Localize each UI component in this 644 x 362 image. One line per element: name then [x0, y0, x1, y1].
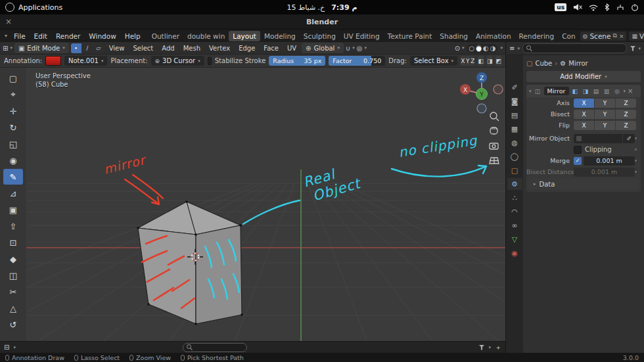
flip-y-button[interactable]: Y [595, 121, 615, 130]
menu-vertex[interactable]: Vertex [206, 44, 233, 53]
window-close-icon[interactable]: × [5, 17, 12, 26]
spin-tool[interactable]: ↺ [3, 317, 23, 332]
network-icon[interactable] [616, 3, 624, 11]
tab-material[interactable]: ◉ [507, 247, 522, 259]
tab-object[interactable]: ▢ [507, 164, 522, 176]
tab-constraints[interactable]: ∞ [507, 219, 522, 231]
breadcrumb-modifier[interactable]: Mirror [568, 60, 587, 67]
eyedropper-icon[interactable]: ✐ [623, 134, 635, 143]
merge-checkbox[interactable]: ✓ [574, 157, 582, 165]
data-subpanel[interactable]: ▸ Data [529, 179, 638, 189]
editor-type-icon[interactable]: ⊞ [3, 45, 8, 52]
radius-slider[interactable]: Radius 35 px [269, 56, 325, 66]
display-edit-mode-toggle[interactable]: ◧ [571, 88, 580, 95]
workspace-tab-uv-editing[interactable]: UV Editing [340, 31, 384, 41]
menu-window[interactable]: Window [85, 31, 120, 41]
tab-tool[interactable]: ✐ [507, 81, 522, 93]
workspace-tab-double-win[interactable]: double win [183, 31, 229, 41]
decorator-dot[interactable] [635, 137, 637, 139]
poly-build-tool[interactable]: △ [3, 300, 23, 316]
properties-editor-chevron-icon[interactable]: ▾ [517, 46, 520, 51]
footer-editor-icon[interactable]: ⊟ [4, 344, 9, 351]
bisect-y-button[interactable]: Y [595, 110, 615, 119]
stabilize-stroke-checkbox[interactable] [208, 57, 212, 65]
face-select-button[interactable]: ▱ [93, 43, 104, 53]
editor-type-chevron-icon[interactable]: ▾ [10, 45, 12, 51]
modifier-close-icon[interactable]: × [628, 87, 633, 95]
pan-hand-icon[interactable] [490, 127, 497, 134]
menu-edge[interactable]: Edge [235, 44, 258, 53]
camera-view-icon[interactable] [490, 143, 498, 149]
workspace-tab-outliner[interactable]: Outliner [148, 31, 183, 41]
menu-help[interactable]: Help [121, 31, 145, 41]
scene-selector[interactable]: ◍ Scene ⧉ × [580, 32, 627, 41]
rendered-shading-button[interactable]: ◑ [490, 45, 496, 52]
extrude-tool[interactable]: ⇧ [3, 218, 23, 234]
footer-search-input[interactable] [183, 343, 247, 352]
render-toggle-icon[interactable]: ◎ [613, 88, 622, 95]
properties-filter-chevron-icon[interactable]: ▾ [638, 46, 641, 51]
decorator-dot[interactable] [635, 171, 637, 173]
properties-search-input[interactable] [522, 43, 628, 53]
material-shading-button[interactable]: ◐ [483, 45, 489, 52]
menu-uv[interactable]: UV [284, 44, 300, 53]
properties-filter-icon[interactable] [630, 46, 635, 51]
knife-tool[interactable]: ✂ [3, 284, 23, 300]
tab-particles[interactable]: ∴ [507, 192, 522, 204]
keyboard-layout-indicator[interactable]: us [555, 3, 566, 11]
power-icon[interactable] [631, 3, 639, 11]
tab-render[interactable]: ◙ [507, 95, 522, 107]
axis-y-button[interactable]: Y [595, 99, 615, 108]
bevel-tool[interactable]: ◆ [3, 251, 23, 267]
edge-select-button[interactable]: ∕ [82, 43, 93, 53]
loop-cut-tool[interactable]: ◫ [3, 267, 23, 283]
decorator-dot[interactable] [635, 148, 637, 150]
menu-mesh[interactable]: Mesh [180, 44, 204, 53]
menu-file[interactable]: File [10, 31, 30, 41]
display-realtime-toggle[interactable]: ◨ [582, 88, 590, 95]
workspace-tab-modeling[interactable]: Modeling [260, 31, 300, 41]
transform-orientation-dropdown[interactable]: ⊕ Global ▾ [302, 43, 344, 53]
axis-x-toggle[interactable]: X [461, 56, 465, 66]
blender-menu-chevron-icon[interactable]: ▾ [5, 33, 7, 39]
cursor-tool[interactable]: ⌖ [3, 87, 23, 102]
tab-object-data[interactable]: ▽ [507, 233, 522, 245]
gizmo-neg-z-ball[interactable] [477, 104, 486, 113]
menu-render[interactable]: Render [52, 31, 84, 41]
mirror-z-icon[interactable]: ◩ [495, 56, 501, 66]
viewport-3d[interactable]: mirror Real Object [26, 68, 505, 341]
tab-physics[interactable]: ◠ [507, 206, 522, 217]
applications-menu[interactable]: Applications [5, 3, 62, 12]
menu-view[interactable]: View [106, 44, 128, 53]
workspace-tab-rendering[interactable]: Rendering [515, 31, 559, 41]
clipping-checkbox[interactable] [574, 146, 582, 154]
mirror-y-icon[interactable]: ◨ [487, 56, 493, 66]
proportional-edit-icon[interactable]: ◎ [357, 45, 363, 52]
overlays-icon[interactable]: ⊙ [455, 45, 460, 52]
wifi-icon[interactable] [589, 4, 598, 11]
workspace-tab-texture-paint[interactable]: Texture Paint [384, 31, 436, 41]
modifier-extras-icon[interactable]: ▾ [624, 89, 626, 94]
clock-area[interactable]: خ. شباط 15 7:39 م [287, 0, 357, 14]
bluetooth-icon[interactable] [605, 3, 610, 11]
zoom-view-icon[interactable] [490, 112, 499, 121]
vertex-select-button[interactable]: ∙ [71, 43, 81, 53]
solid-shading-button[interactable]: ● [476, 45, 482, 52]
gizmo-neg-x-ball[interactable] [494, 85, 503, 94]
filter-chevron-icon[interactable]: ▾ [488, 345, 491, 350]
factor-slider[interactable]: Factor 0.750 [329, 56, 385, 66]
placement-dropdown[interactable]: ⊕ 3D Cursor ▾ [151, 56, 204, 66]
filter-funnel-icon[interactable] [478, 345, 484, 350]
properties-editor-icon[interactable]: ≡ [509, 45, 515, 52]
axis-z-button[interactable]: Z [616, 99, 636, 108]
perspective-toggle-icon[interactable] [490, 158, 499, 164]
view-layer-selector[interactable]: ▦ View Layer ⧉ × [629, 32, 644, 41]
proportional-chevron-icon[interactable]: ▾ [364, 45, 367, 51]
move-tool[interactable]: ✛ [3, 103, 23, 119]
rotate-tool[interactable]: ↻ [3, 120, 23, 135]
axis-y-toggle[interactable]: Y [466, 56, 470, 66]
cube-mesh[interactable] [137, 201, 243, 325]
scale-tool[interactable]: ◱ [3, 136, 23, 152]
bisect-z-button[interactable]: Z [616, 110, 636, 119]
menu-edit[interactable]: Edit [30, 31, 51, 41]
